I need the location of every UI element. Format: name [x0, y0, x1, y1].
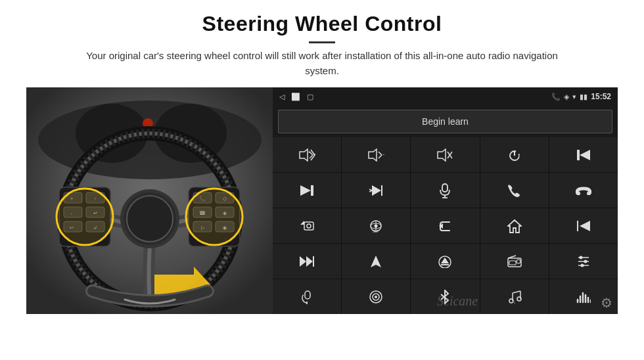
camera-button[interactable] — [273, 208, 341, 243]
svg-text:♩: ♩ — [514, 300, 515, 304]
svg-point-38 — [57, 189, 113, 245]
svg-rect-70 — [576, 192, 580, 195]
page-container: Steering Wheel Control Your original car… — [0, 0, 644, 360]
svg-marker-61 — [300, 185, 311, 196]
svg-rect-67 — [442, 184, 448, 192]
page-title: Steering Wheel Control — [26, 12, 618, 36]
svg-line-50 — [379, 155, 382, 158]
power-button[interactable] — [480, 137, 549, 172]
status-bar-right: 📞 ◈ ▾ ▮▮ 15:52 — [551, 92, 611, 101]
bluetooth-icon — [439, 290, 451, 304]
skip-forward-sound-button[interactable] — [342, 173, 410, 208]
steering-image: + ↑ - ↵ ↩ ↲ 📞 ◇ — [26, 87, 273, 314]
svg-marker-58 — [580, 150, 590, 160]
mic2-icon — [300, 290, 313, 304]
content-row: + ↑ - ↵ ↩ ↲ 📞 ◇ — [26, 87, 618, 314]
steering-wheel-graphic: + ↑ - ↵ ↩ ↲ 📞 ◇ — [26, 87, 273, 314]
android-head-unit: ◁ ⬜ ▢ 📞 ◈ ▾ ▮▮ 15:52 Begin learn — [273, 87, 618, 314]
music-icon: ♩ — [507, 290, 522, 304]
home-icon[interactable]: ⬜ — [291, 93, 300, 101]
svg-line-49 — [379, 152, 382, 155]
svg-point-74 — [307, 224, 311, 228]
mic-icon — [438, 183, 451, 198]
wifi-icon: ▾ — [572, 93, 576, 101]
skip-forward-sound-icon — [368, 185, 384, 196]
status-bar-left: ◁ ⬜ ▢ — [279, 93, 313, 101]
mute-icon — [436, 148, 453, 162]
camera-icon — [300, 219, 314, 233]
control-grid: + − — [273, 137, 618, 314]
music-button[interactable]: ♩ — [480, 279, 549, 314]
svg-marker-41 — [300, 149, 308, 161]
fast-forward-button[interactable] — [273, 244, 341, 279]
mic-button[interactable] — [411, 173, 479, 208]
svg-rect-73 — [304, 222, 313, 230]
fast-forward-icon — [299, 256, 315, 267]
360-camera-button[interactable]: 360° — [342, 208, 410, 243]
svg-point-11 — [127, 196, 173, 242]
svg-text:−: − — [382, 151, 384, 158]
vol-down-button[interactable]: − — [342, 137, 410, 172]
bluetooth-button[interactable] — [411, 279, 479, 314]
hang-up-icon — [576, 183, 591, 198]
status-time: 15:52 — [591, 92, 611, 101]
svg-line-64 — [369, 191, 372, 192]
svg-marker-81 — [508, 220, 521, 233]
svg-point-105 — [375, 296, 377, 298]
back-button[interactable] — [411, 208, 479, 243]
rewind-end-button[interactable] — [549, 208, 618, 243]
eq-settings-icon — [576, 254, 591, 269]
prev-track-button[interactable] — [549, 137, 618, 172]
home-icon — [507, 219, 522, 233]
radio-icon — [507, 255, 522, 268]
next-track-button[interactable] — [273, 173, 341, 208]
svg-point-92 — [517, 259, 520, 263]
hang-up-button[interactable] — [549, 173, 618, 208]
svg-text:+: + — [308, 149, 311, 155]
begin-learn-button[interactable]: Begin learn — [278, 110, 612, 133]
navigate-button[interactable] — [342, 244, 410, 279]
settings-dot-button[interactable] — [342, 279, 410, 314]
svg-marker-85 — [306, 256, 313, 267]
eject-icon — [438, 255, 452, 268]
vol-up-icon: + — [298, 148, 315, 162]
back-icon — [438, 219, 452, 233]
svg-point-100 — [580, 263, 584, 267]
recent-apps-icon[interactable]: ▢ — [307, 93, 313, 101]
steering-wheel-container: + ↑ - ↵ ↩ ↲ 📞 ◇ — [26, 87, 273, 314]
svg-marker-72 — [300, 221, 304, 225]
svg-line-106 — [513, 291, 520, 293]
svg-marker-65 — [372, 185, 381, 196]
mic2-button[interactable] — [273, 279, 341, 314]
status-bar: ◁ ⬜ ▢ 📞 ◈ ▾ ▮▮ 15:52 — [273, 87, 618, 106]
svg-point-98 — [584, 259, 587, 263]
begin-learn-row: Begin learn — [273, 106, 618, 137]
svg-marker-87 — [371, 256, 381, 267]
eject-button[interactable] — [411, 244, 479, 279]
vol-up-button[interactable]: + — [273, 137, 341, 172]
radio-button[interactable] — [480, 244, 549, 279]
home-button[interactable] — [480, 208, 549, 243]
sound-bars-icon — [576, 290, 591, 304]
svg-rect-94 — [509, 261, 516, 265]
mute-button[interactable] — [411, 137, 479, 172]
phone-call-button[interactable] — [480, 173, 549, 208]
location-icon: ◈ — [564, 93, 569, 101]
svg-point-96 — [579, 256, 582, 259]
prev-track-icon — [576, 149, 591, 161]
svg-marker-89 — [441, 258, 449, 263]
power-icon — [507, 148, 522, 162]
svg-rect-71 — [587, 192, 591, 195]
svg-marker-48 — [369, 149, 377, 161]
phone-call-icon — [507, 183, 522, 198]
battery-icon: ▮▮ — [580, 93, 587, 101]
gear-corner-icon[interactable]: ⚙ — [601, 295, 612, 311]
title-section: Steering Wheel Control Your original car… — [26, 12, 618, 87]
svg-marker-52 — [438, 149, 446, 161]
svg-text:360°: 360° — [373, 229, 379, 233]
svg-point-39 — [186, 189, 242, 245]
svg-marker-83 — [580, 221, 590, 231]
eq-settings-button[interactable] — [549, 244, 618, 279]
back-arrow-icon[interactable]: ◁ — [279, 93, 285, 101]
vol-down-icon: − — [367, 148, 384, 162]
